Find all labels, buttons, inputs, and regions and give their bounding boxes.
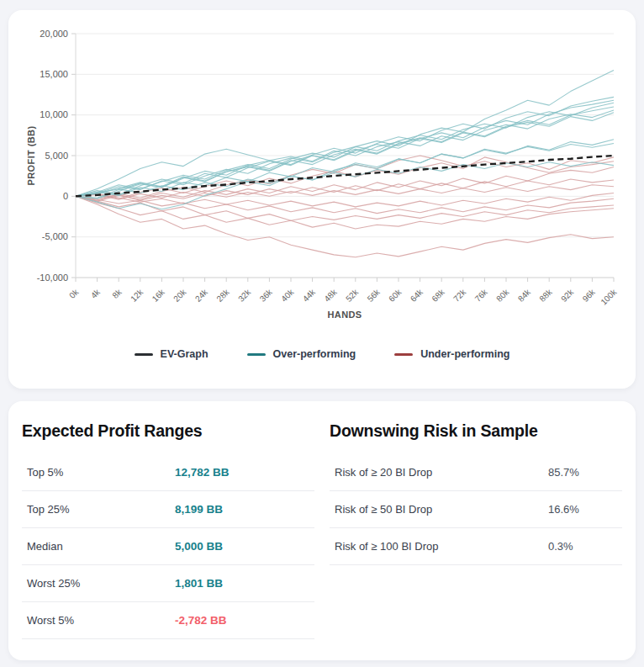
row-value: 16.6% xyxy=(548,503,622,516)
row-value: 1,801 BB xyxy=(175,577,314,590)
x-tick-label: 20k xyxy=(172,287,188,304)
y-tick-label: 20,000 xyxy=(40,29,68,39)
variance-chart-card: 20,00015,00010,0005,0000-5,000-10,0000k4… xyxy=(8,10,636,389)
x-tick-label: 56k xyxy=(366,287,383,304)
y-tick-label: 15,000 xyxy=(40,69,68,79)
y-tick-label: -5,000 xyxy=(42,231,68,241)
x-tick-label: 32k xyxy=(236,287,253,304)
legend-swatch-icon xyxy=(135,353,153,356)
table-row: Risk of ≥ 50 BI Drop16.6% xyxy=(330,491,622,528)
chart-legend: EV-GraphOver-performingUnder-performing xyxy=(8,348,636,360)
table-row: Risk of ≥ 20 BI Drop85.7% xyxy=(330,454,622,491)
y-axis-title: PROFIT (BB) xyxy=(26,125,36,185)
x-axis-title: HANDS xyxy=(327,310,362,320)
x-tick-label: 80k xyxy=(494,287,511,304)
x-tick-label: 16k xyxy=(150,287,167,304)
legend-item: Over-performing xyxy=(247,348,356,360)
row-label: Worst 25% xyxy=(27,577,175,590)
x-tick-label: 60k xyxy=(387,287,404,304)
expected-profit-ranges-table: Expected Profit Ranges Top 5%12,782 BBTo… xyxy=(22,421,314,639)
row-label: Top 5% xyxy=(27,466,175,479)
x-tick-label: 48k xyxy=(322,287,339,304)
y-tick-label: -10,000 xyxy=(37,273,68,283)
x-tick-label: 68k xyxy=(430,287,446,304)
table-row: Risk of ≥ 100 BI Drop0.3% xyxy=(330,528,622,565)
x-tick-label: 76k xyxy=(473,287,490,304)
x-tick-label: 4k xyxy=(89,287,103,300)
x-tick-label: 8k xyxy=(110,287,124,300)
row-label: Risk of ≥ 20 BI Drop xyxy=(335,466,548,479)
y-tick-label: 0 xyxy=(63,191,68,201)
table-row: Median5,000 BB xyxy=(22,528,314,565)
row-label: Top 25% xyxy=(27,503,175,516)
legend-swatch-icon xyxy=(247,353,266,356)
legend-label: Under-performing xyxy=(420,348,509,360)
x-tick-label: 64k xyxy=(409,287,425,304)
y-tick-label: 10,000 xyxy=(40,109,68,119)
legend-item: EV-Graph xyxy=(135,348,209,360)
profit-chart[interactable]: 20,00015,00010,0005,0000-5,000-10,0000k4… xyxy=(8,10,636,328)
profit-ranges-title: Expected Profit Ranges xyxy=(22,421,314,441)
row-value: 5,000 BB xyxy=(175,540,314,553)
x-tick-label: 72k xyxy=(451,287,468,304)
x-tick-label: 100k xyxy=(599,287,619,307)
legend-label: EV-Graph xyxy=(161,348,209,360)
over-performing-line xyxy=(76,71,614,197)
row-value: 12,782 BB xyxy=(175,466,314,479)
downswing-risk-rows: Risk of ≥ 20 BI Drop85.7%Risk of ≥ 50 BI… xyxy=(330,454,622,565)
x-tick-label: 40k xyxy=(279,287,296,304)
table-row: Worst 5%-2,782 BB xyxy=(22,602,314,639)
row-label: Worst 5% xyxy=(27,614,175,627)
x-tick-label: 36k xyxy=(258,287,275,304)
x-tick-label: 44k xyxy=(301,287,318,304)
row-value: -2,782 BB xyxy=(175,614,314,627)
row-label: Risk of ≥ 100 BI Drop xyxy=(335,540,548,553)
table-row: Top 5%12,782 BB xyxy=(22,454,314,491)
profit-ranges-rows: Top 5%12,782 BBTop 25%8,199 BBMedian5,00… xyxy=(22,454,314,639)
downswing-risk-table: Downswing Risk in Sample Risk of ≥ 20 BI… xyxy=(330,421,622,639)
downswing-risk-title: Downswing Risk in Sample xyxy=(330,421,622,441)
x-tick-label: 92k xyxy=(559,287,576,304)
row-value: 8,199 BB xyxy=(175,503,314,516)
row-value: 85.7% xyxy=(548,466,622,479)
table-row: Top 25%8,199 BB xyxy=(22,491,314,528)
x-tick-label: 28k xyxy=(214,287,231,304)
x-tick-label: 12k xyxy=(129,287,145,304)
stats-card: Expected Profit Ranges Top 5%12,782 BBTo… xyxy=(8,401,636,660)
x-tick-label: 0k xyxy=(67,287,81,300)
under-performing-line xyxy=(76,156,614,200)
legend-label: Over-performing xyxy=(273,348,356,360)
x-tick-label: 52k xyxy=(344,287,361,304)
row-value: 0.3% xyxy=(548,540,622,553)
table-row: Worst 25%1,801 BB xyxy=(22,565,314,602)
x-tick-label: 88k xyxy=(537,287,554,304)
y-tick-label: 5,000 xyxy=(45,151,68,161)
page: 20,00015,00010,0005,0000-5,000-10,0000k4… xyxy=(0,0,644,660)
row-label: Risk of ≥ 50 BI Drop xyxy=(335,503,548,516)
x-tick-label: 96k xyxy=(581,287,598,304)
over-performing-line xyxy=(76,107,614,198)
legend-swatch-icon xyxy=(394,353,413,356)
row-label: Median xyxy=(27,540,175,553)
x-tick-label: 84k xyxy=(516,287,533,304)
x-tick-label: 24k xyxy=(193,287,210,304)
legend-item: Under-performing xyxy=(394,348,509,360)
